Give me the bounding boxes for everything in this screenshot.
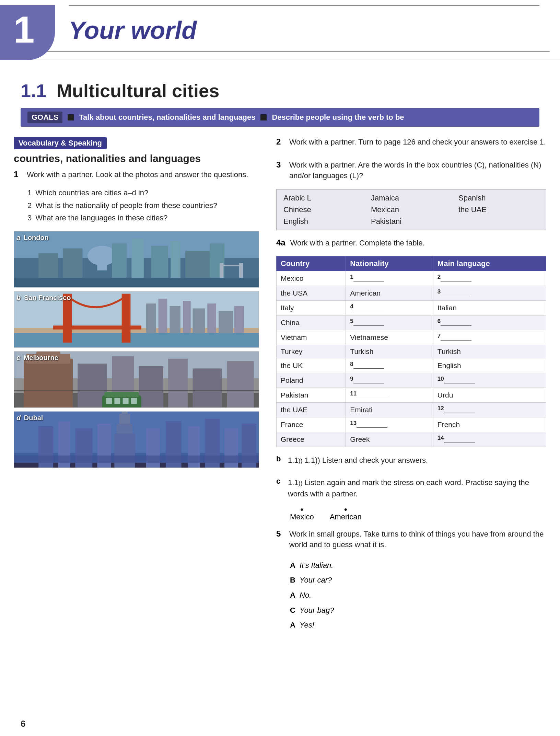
- svg-rect-40: [192, 369, 222, 408]
- chapter-title: Your world: [0, 6, 560, 51]
- sub-item-3: What are the languages in these cities?: [27, 213, 259, 223]
- header-area: 1 Your world: [0, 5, 560, 59]
- city-photo-london: a London: [14, 231, 259, 288]
- exercise-5-number: 5: [276, 529, 284, 554]
- vocab-title: countries, nationalities and languages: [14, 153, 201, 164]
- svg-rect-23: [159, 299, 167, 333]
- word-empty: [458, 217, 539, 226]
- sf-name: San Francisco: [24, 294, 71, 301]
- city-photo-melbourne: c Melbourne: [14, 351, 259, 408]
- svg-rect-9: [171, 241, 180, 278]
- dialogue-line: A It's Italian.: [290, 559, 546, 572]
- dialogue-line: B Your car?: [290, 573, 546, 587]
- cell-4-1: Vietnamese: [346, 330, 433, 345]
- svg-rect-24: [170, 306, 180, 333]
- cell-0-2: 2: [433, 271, 546, 286]
- stress-mexico: ● Mexico: [290, 506, 314, 521]
- divider-line: [10, 51, 550, 52]
- cell-9-1: Emirati: [346, 403, 433, 417]
- exercise-2-number: 2: [276, 137, 284, 152]
- word-chinese: Chinese: [283, 205, 364, 214]
- stress-word-mexico: Mexico: [290, 513, 314, 521]
- svg-rect-41: [227, 361, 254, 407]
- cell-3-1: 5: [346, 315, 433, 330]
- exercise-5-row: 5 Work in small groups. Take turns to th…: [276, 529, 546, 554]
- svg-rect-8: [151, 246, 168, 278]
- cell-10-1: 13: [346, 417, 433, 432]
- svg-rect-18: [14, 333, 259, 347]
- col-nationality: Nationality: [346, 256, 433, 271]
- goals-bar: GOALS Talk about countries, nationalitie…: [21, 108, 539, 127]
- svg-rect-44: [106, 398, 112, 404]
- table-row: the USAAmerican3: [276, 286, 546, 301]
- dialogue-line: A Yes!: [290, 618, 546, 632]
- table-row: the UK8English: [276, 358, 546, 373]
- svg-rect-7: [131, 239, 144, 278]
- cell-2-0: Italy: [276, 301, 346, 315]
- cell-1-2: 3: [433, 286, 546, 301]
- table-row: China56: [276, 315, 546, 330]
- section-number: 1.1: [21, 80, 46, 101]
- cell-0-0: Mexico: [276, 271, 346, 286]
- left-column: Vocabulary & Speaking countries, nationa…: [14, 137, 269, 640]
- listen-text-4b: 1.1)) Listen and check your answers.: [305, 456, 428, 464]
- page-number: 6: [21, 718, 25, 729]
- goals-separator-2: [260, 114, 267, 120]
- cell-6-0: the UK: [276, 358, 346, 373]
- svg-rect-25: [183, 301, 191, 333]
- word-box: Arabic L Jamaica Spanish Chinese Mexican…: [276, 189, 546, 230]
- svg-rect-2: [14, 278, 259, 287]
- exercise-1-row: 1 Work with a partner. Look at the photo…: [14, 170, 259, 184]
- svg-rect-20: [122, 294, 131, 343]
- svg-rect-43: [105, 392, 139, 397]
- goals-label: GOALS: [27, 112, 62, 123]
- cell-7-1: 9: [346, 373, 433, 388]
- goals-text-2: Describe people using the verb to be: [272, 113, 404, 122]
- cell-2-2: Italian: [433, 301, 546, 315]
- col-language: Main language: [433, 256, 546, 271]
- svg-rect-69: [14, 456, 259, 463]
- table-row: VietnamVietnamese7: [276, 330, 546, 345]
- exercise-1-subitems: Which countries are cities a–d in? What …: [27, 188, 259, 223]
- word-arabic: Arabic L: [283, 194, 364, 203]
- exercise-1: 1 Work with a partner. Look at the photo…: [14, 170, 259, 223]
- exercise-4a-row: 4a Work with a partner. Complete the tab…: [276, 238, 546, 253]
- exercise-4a-number: 4a: [276, 238, 285, 253]
- vocab-badge: Vocabulary & Speaking: [14, 137, 107, 149]
- exercise-4b-letter: b: [276, 455, 283, 469]
- word-pakistani: Pakistani: [371, 217, 452, 226]
- exercise-5: 5 Work in small groups. Take turns to th…: [276, 529, 546, 632]
- cell-7-0: Poland: [276, 373, 346, 388]
- word-spanish: Spanish: [458, 194, 539, 203]
- section-title: Multicultural cities: [57, 80, 219, 101]
- stress-american: ● American: [330, 506, 362, 521]
- exercise-2-text: Work with a partner. Turn to page 126 an…: [289, 137, 546, 148]
- right-column: 2 Work with a partner. Turn to page 126 …: [269, 137, 546, 640]
- cell-5-0: Turkey: [276, 345, 346, 358]
- svg-rect-46: [123, 398, 129, 404]
- svg-rect-4: [97, 256, 107, 271]
- sf-label: b San Francisco: [16, 294, 71, 302]
- cell-4-2: 7: [433, 330, 546, 345]
- exercise-4c-text: 1.1)) Listen again and mark the stress o…: [288, 477, 546, 499]
- cell-8-2: Urdu: [433, 388, 546, 403]
- svg-rect-21: [53, 326, 141, 330]
- cell-3-2: 6: [433, 315, 546, 330]
- cell-3-0: China: [276, 315, 346, 330]
- svg-rect-27: [207, 303, 216, 333]
- vocab-header: Vocabulary & Speaking countries, nationa…: [14, 137, 259, 164]
- stress-example: ● Mexico ● American: [290, 506, 546, 521]
- cell-10-2: French: [433, 417, 546, 432]
- svg-rect-28: [219, 311, 233, 333]
- goals-text-1: Talk about countries, nationalities and …: [79, 113, 255, 122]
- melbourne-label: c Melbourne: [16, 354, 58, 362]
- col-country: Country: [276, 256, 346, 271]
- svg-rect-38: [139, 366, 163, 407]
- svg-rect-22: [146, 303, 156, 333]
- cell-9-2: 12: [433, 403, 546, 417]
- cell-0-1: 1: [346, 271, 433, 286]
- table-row: the UAEEmirati12: [276, 403, 546, 417]
- exercise-3-number: 3: [276, 160, 284, 185]
- cell-5-2: Turkish: [433, 345, 546, 358]
- cell-7-2: 10: [433, 373, 546, 388]
